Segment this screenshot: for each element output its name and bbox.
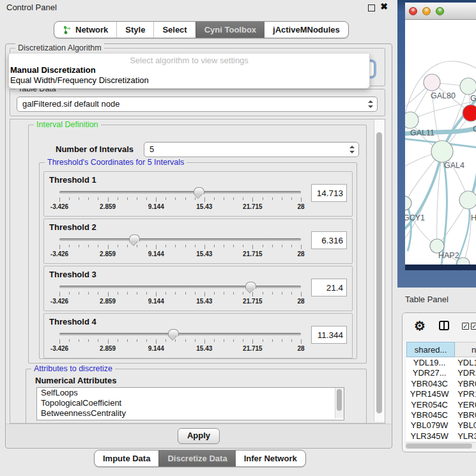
threshold-label: Threshold 2 <box>49 222 96 232</box>
network-node[interactable] <box>405 196 411 210</box>
attributes-list-scrollbar[interactable] <box>335 388 344 418</box>
tab-style[interactable]: Style <box>116 22 153 38</box>
scrollbar-thumb[interactable] <box>406 443 472 449</box>
attribute-list-item[interactable]: TopologicalCoefficient <box>37 398 344 408</box>
scrollbar-thumb[interactable] <box>337 389 342 411</box>
tab-label: jActiveMNodules <box>273 25 340 35</box>
column-split-icon[interactable] <box>439 321 449 330</box>
slider-tick-labels: -3.4262.8599.14415.4321.71528 <box>59 250 301 258</box>
network-node-label: GA <box>470 94 476 103</box>
table-row[interactable]: YPR145WYPR1 <box>406 389 476 399</box>
algorithm-option-2[interactable]: Equal Width/Frequency Discretization <box>9 75 369 86</box>
tab-label: Impute Data <box>103 454 150 463</box>
threshold-slider[interactable]: -3.4262.8599.14415.4321.71528 <box>59 282 301 309</box>
slider-track[interactable] <box>59 286 301 288</box>
tab-jactivemnodules[interactable]: jActiveMNodules <box>265 22 348 38</box>
table-row[interactable]: YBR045CYBR0 <box>406 410 476 420</box>
column-header-2[interactable]: n <box>455 342 476 357</box>
table-cell: YDR27... <box>406 368 452 378</box>
close-icon[interactable]: ✖ <box>380 1 388 12</box>
table-row[interactable]: YDL19...YDL1 <box>406 358 476 368</box>
table-row[interactable]: YDR27...YDR2 <box>406 368 476 378</box>
table-panel-title: Table Panel <box>405 295 449 304</box>
numerical-attributes-label: Numerical Attributes <box>35 376 116 385</box>
threshold-value-field[interactable]: 21.4 <box>311 279 347 296</box>
threshold-slider[interactable]: -3.4262.8599.14415.4321.71528 <box>59 329 301 356</box>
threshold-value-field[interactable]: 14.713 <box>311 184 347 202</box>
threshold-slider[interactable]: -3.4262.8599.14415.4321.71528 <box>59 187 301 214</box>
network-node-label: GAL80 <box>431 91 456 100</box>
close-traffic-light-icon[interactable] <box>409 7 417 15</box>
table-cell: YBR0 <box>452 379 476 389</box>
slider-thumb[interactable] <box>168 329 179 336</box>
network-node-label: GAL4 <box>444 161 464 170</box>
attribute-list-item[interactable]: SelfLoops <box>37 388 344 398</box>
table-horizontal-scrollbar[interactable] <box>405 442 476 449</box>
threshold-value-field[interactable]: 11.344 <box>311 326 347 344</box>
tab-infer-network[interactable]: Infer Network <box>236 450 305 466</box>
network-node[interactable] <box>405 112 418 128</box>
screen: { "control_panel": { "title": "Control P… <box>0 0 476 476</box>
network-edge-highlighted[interactable] <box>470 128 476 201</box>
slider-track[interactable] <box>59 191 301 194</box>
table-data-combo[interactable]: galFiltered.sif default node <box>17 96 378 112</box>
tab-discretize-data[interactable]: Discretize Data <box>158 450 235 466</box>
settings-scroll-panel: Interval Definition Number of Intervals … <box>10 119 385 424</box>
checkbox-icon[interactable]: ✓ <box>471 323 476 330</box>
cyni-mode-tab-bar: Impute DataDiscretize DataInfer Network <box>94 450 306 467</box>
threshold-slider[interactable]: -3.4262.8599.14415.4321.71528 <box>59 234 301 261</box>
slider-ticks <box>59 292 301 297</box>
attributes-group-label: Attributes to discretize <box>31 364 115 373</box>
slider-thumb[interactable] <box>245 282 256 289</box>
table-cell: YER054C <box>406 400 452 410</box>
network-node-label: C <box>473 125 476 134</box>
network-node-label: H <box>471 213 476 222</box>
algorithm-option-1[interactable]: Manual Discretization <box>9 65 369 75</box>
algorithm-placeholder-option[interactable]: Select algorithm to view settings <box>9 54 369 65</box>
slider-thumb[interactable] <box>194 187 204 194</box>
threshold-label: Threshold 1 <box>49 175 96 185</box>
apply-button[interactable]: Apply <box>178 428 220 444</box>
numerical-attributes-list[interactable]: SelfLoopsTopologicalCoefficientBetweenne… <box>36 387 344 420</box>
table-cell: YDL19... <box>406 358 452 368</box>
slider-track[interactable] <box>59 333 301 335</box>
network-node[interactable] <box>460 78 476 95</box>
zoom-traffic-light-icon[interactable] <box>436 7 444 15</box>
tab-network[interactable]: Network <box>54 22 116 38</box>
tab-select[interactable]: Select <box>153 22 195 38</box>
threshold-4-panel: Threshold 4-3.4262.8599.14415.4321.71528… <box>43 313 353 358</box>
slider-ticks <box>59 197 301 203</box>
table-row[interactable]: YLR345WYLR3 <box>406 431 476 441</box>
settings-gear-icon[interactable]: ⚙ <box>414 318 426 334</box>
scrollbar-thumb[interactable] <box>376 132 382 413</box>
control-panel-header: Control Panel ✖ <box>0 0 394 14</box>
slider-track[interactable] <box>59 238 301 241</box>
panel-vertical-scrollbar[interactable] <box>374 119 385 422</box>
minimize-traffic-light-icon[interactable] <box>422 7 431 15</box>
network-graph: GAL80GAGAL11CGAL4GCY1HHAP2 <box>405 20 476 265</box>
checkbox-icon[interactable]: ✓ <box>462 323 469 330</box>
table-cell: YBR043C <box>406 379 452 389</box>
threshold-value-field[interactable]: 6.316 <box>311 231 347 249</box>
table-header-row: shared...n <box>406 342 476 357</box>
attributes-group: Attributes to discretize Numerical Attri… <box>26 369 367 424</box>
number-of-intervals-combo[interactable]: 5 <box>144 142 359 157</box>
column-header-1[interactable]: shared... <box>406 342 455 357</box>
table-row[interactable]: YBL079WYBL0 <box>406 420 476 431</box>
network-window-titlebar[interactable] <box>405 3 476 20</box>
table-cell: YBL079W <box>406 420 452 431</box>
network-node[interactable] <box>424 74 440 91</box>
network-node[interactable] <box>459 191 476 209</box>
tab-label: Cyni Toolbox <box>204 25 256 35</box>
table-row[interactable]: YBR043CYBR0 <box>406 379 476 389</box>
table-row[interactable]: YER054CYER0 <box>406 400 476 410</box>
float-window-icon[interactable] <box>368 4 375 12</box>
attribute-list-item[interactable]: BetweennessCentrality <box>37 408 344 418</box>
tab-impute-data[interactable]: Impute Data <box>95 450 158 466</box>
network-node[interactable] <box>463 105 476 121</box>
tab-cyni-toolbox[interactable]: Cyni Toolbox <box>196 22 265 38</box>
network-canvas[interactable]: GAL80GAGAL11CGAL4GCY1HHAP2 <box>405 20 476 265</box>
slider-tick-labels: -3.4262.8599.14415.4321.71528 <box>59 203 301 211</box>
network-node[interactable] <box>431 141 453 162</box>
slider-thumb[interactable] <box>129 234 140 242</box>
